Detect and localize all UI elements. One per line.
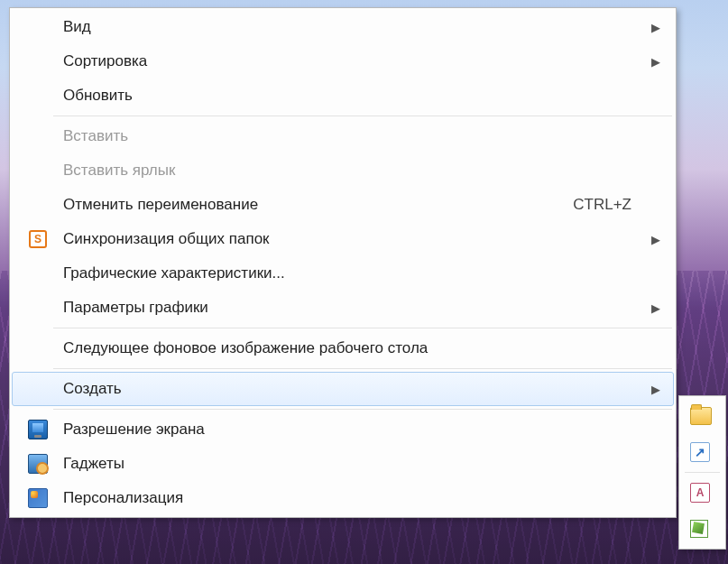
submenu-item-folder[interactable] bbox=[681, 398, 723, 434]
menu-item-label: Следующее фоновое изображение рабочего с… bbox=[63, 339, 648, 357]
menu-item-screen-resolution[interactable]: Разрешение экрана bbox=[12, 412, 674, 447]
menu-item-label: Создать bbox=[63, 380, 648, 398]
menu-item-personalize[interactable]: Персонализация bbox=[12, 481, 674, 515]
sync-icon bbox=[29, 230, 47, 248]
new-submenu bbox=[678, 395, 726, 550]
menu-item-label: Гаджеты bbox=[63, 455, 648, 473]
menu-item-new[interactable]: Создать ▶ bbox=[12, 372, 674, 406]
menu-separator bbox=[53, 116, 672, 116]
menu-separator bbox=[53, 368, 672, 369]
chevron-right-icon: ▶ bbox=[648, 383, 660, 396]
menu-separator bbox=[53, 409, 672, 410]
menu-item-gadgets[interactable]: Гаджеты bbox=[12, 447, 674, 481]
chevron-right-icon: ▶ bbox=[648, 233, 660, 246]
menu-item-paste: Вставить bbox=[12, 119, 674, 153]
menu-item-label: Графические характеристики... bbox=[63, 264, 648, 282]
menu-item-sort[interactable]: Сортировка ▶ bbox=[12, 44, 674, 79]
shortcut-icon bbox=[690, 442, 710, 462]
chevron-right-icon: ▶ bbox=[648, 21, 660, 34]
access-icon bbox=[690, 483, 710, 503]
desktop-wallpaper: Вид ▶ Сортировка ▶ Обновить Вставить Вст… bbox=[0, 0, 728, 564]
personalize-icon bbox=[28, 488, 48, 508]
desktop-context-menu: Вид ▶ Сортировка ▶ Обновить Вставить Вст… bbox=[9, 7, 677, 518]
menu-item-refresh[interactable]: Обновить bbox=[12, 79, 674, 113]
submenu-item-access-db[interactable] bbox=[681, 475, 723, 511]
menu-item-label: Персонализация bbox=[63, 489, 648, 507]
menu-separator bbox=[53, 328, 672, 328]
menu-item-label: Параметры графики bbox=[63, 299, 648, 317]
menu-item-label: Вид bbox=[63, 18, 648, 36]
chevron-right-icon: ▶ bbox=[648, 55, 660, 69]
menu-item-paste-shortcut: Вставить ярлык bbox=[12, 153, 674, 188]
menu-item-view[interactable]: Вид ▶ bbox=[12, 10, 674, 44]
menu-separator bbox=[685, 472, 720, 473]
menu-item-graphics-properties[interactable]: Графические характеристики... bbox=[12, 256, 674, 291]
menu-item-label: Вставить bbox=[63, 127, 648, 145]
menu-item-label: Синхронизация общих папок bbox=[63, 230, 648, 248]
menu-item-graphics-options[interactable]: Параметры графики ▶ bbox=[12, 291, 674, 325]
drawing-icon bbox=[690, 520, 708, 538]
menu-item-label: Обновить bbox=[63, 87, 648, 105]
chevron-right-icon: ▶ bbox=[648, 301, 660, 315]
menu-item-next-wallpaper[interactable]: Следующее фоновое изображение рабочего с… bbox=[12, 331, 674, 365]
menu-item-label: Сортировка bbox=[63, 52, 648, 70]
menu-item-label: Вставить ярлык bbox=[63, 162, 648, 180]
menu-item-sync-shared-folders[interactable]: Синхронизация общих папок ▶ bbox=[12, 222, 674, 256]
menu-item-label: Отменить переименование bbox=[63, 196, 573, 214]
menu-item-undo-rename[interactable]: Отменить переименование CTRL+Z bbox=[12, 188, 674, 222]
submenu-item-drawing[interactable] bbox=[681, 511, 723, 547]
folder-icon bbox=[690, 407, 712, 425]
menu-item-label: Разрешение экрана bbox=[63, 421, 648, 439]
menu-item-hotkey: CTRL+Z bbox=[573, 196, 648, 214]
submenu-item-shortcut[interactable] bbox=[681, 434, 723, 470]
monitor-icon bbox=[28, 420, 48, 439]
gadgets-icon bbox=[28, 454, 48, 474]
